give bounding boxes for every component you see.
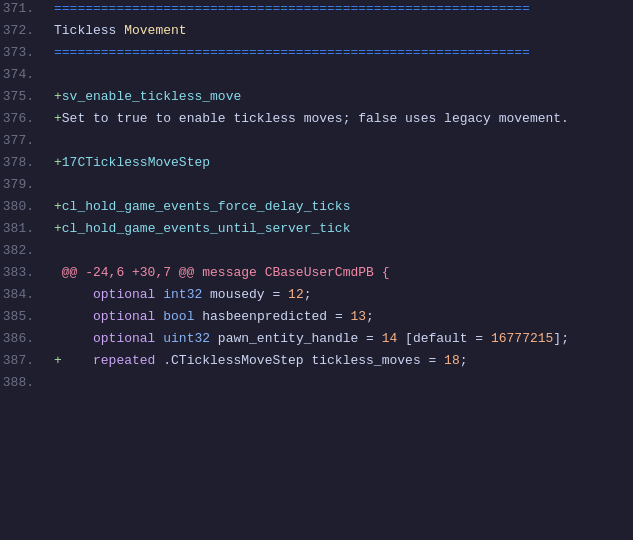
line-number: 381. [0,221,50,236]
code-line: 373.====================================… [0,44,633,66]
code-line: 383. @@ -24,6 +30,7 @@ message CBaseUser… [0,264,633,286]
line-number: 375. [0,89,50,104]
line-content: Tickless Movement [50,23,633,38]
line-number: 379. [0,177,50,192]
line-content: optional uint32 pawn_entity_handle = 14 … [50,331,633,346]
line-content: +cl_hold_game_events_until_server_tick [50,221,633,236]
line-number: 372. [0,23,50,38]
line-number: 382. [0,243,50,258]
code-line: 384. optional int32 mousedy = 12; [0,286,633,308]
line-content: +sv_enable_tickless_move [50,89,633,104]
code-line: 385. optional bool hasbeenpredicted = 13… [0,308,633,330]
code-line: 386. optional uint32 pawn_entity_handle … [0,330,633,352]
code-line: 378.+17CTicklessMoveStep [0,154,633,176]
line-content: + repeated .CTicklessMoveStep tickless_m… [50,353,633,368]
line-content: ========================================… [50,45,633,60]
line-content: ========================================… [50,1,633,16]
line-number: 383. [0,265,50,280]
line-number: 380. [0,199,50,214]
line-number: 387. [0,353,50,368]
line-number: 374. [0,67,50,82]
code-line: 377. [0,132,633,154]
line-number: 376. [0,111,50,126]
code-line: 387.+ repeated .CTicklessMoveStep tickle… [0,352,633,374]
line-number: 386. [0,331,50,346]
code-editor: 371.====================================… [0,0,633,540]
code-line: 380.+cl_hold_game_events_force_delay_tic… [0,198,633,220]
line-content: optional int32 mousedy = 12; [50,287,633,302]
line-number: 385. [0,309,50,324]
code-line: 376.+Set to true to enable tickless move… [0,110,633,132]
code-line: 374. [0,66,633,88]
line-number: 377. [0,133,50,148]
code-line: 388. [0,374,633,396]
code-line: 382. [0,242,633,264]
code-line: 381.+cl_hold_game_events_until_server_ti… [0,220,633,242]
line-content: +cl_hold_game_events_force_delay_ticks [50,199,633,214]
code-line: 371.====================================… [0,0,633,22]
line-content: +17CTicklessMoveStep [50,155,633,170]
line-content: +Set to true to enable tickless moves; f… [50,111,633,126]
code-line: 379. [0,176,633,198]
code-line: 375.+sv_enable_tickless_move [0,88,633,110]
line-content: @@ -24,6 +30,7 @@ message CBaseUserCmdPB… [50,265,633,280]
code-line: 372.Tickless Movement [0,22,633,44]
line-content: optional bool hasbeenpredicted = 13; [50,309,633,324]
line-number: 371. [0,1,50,16]
line-number: 378. [0,155,50,170]
line-number: 373. [0,45,50,60]
line-number: 388. [0,375,50,390]
line-number: 384. [0,287,50,302]
